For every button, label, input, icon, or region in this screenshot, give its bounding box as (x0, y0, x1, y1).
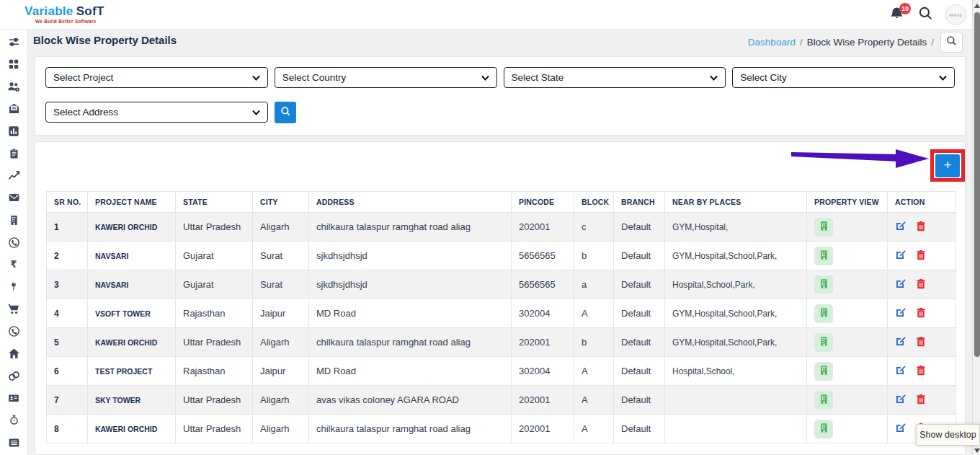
sidebar-item-mail-open[interactable] (0, 100, 27, 122)
breadcrumb-search-button[interactable] (940, 32, 963, 53)
notifications-button[interactable]: 10 (888, 6, 906, 25)
search-icon (918, 6, 933, 24)
building-icon (819, 336, 829, 349)
sidebar-item-list[interactable] (0, 433, 27, 455)
delete-button[interactable] (916, 278, 926, 291)
address-select[interactable]: Select Address (45, 102, 268, 123)
sidebar-item-envelope[interactable] (0, 188, 27, 211)
cell-city: Aligarh (253, 415, 309, 443)
show-desktop-tooltip: Show desktop (916, 424, 980, 446)
edit-button[interactable] (895, 220, 906, 234)
topbar-actions: 10 IMAGE (888, 0, 966, 30)
col-header-branch: BRANCH (614, 192, 665, 213)
whatsapp-icon (8, 237, 20, 252)
cell-block: A (574, 415, 614, 443)
trash-icon (916, 307, 926, 320)
cell-project: SKY TOWER (88, 386, 176, 415)
sidebar-item-line-chart[interactable] (0, 166, 27, 188)
filter-search-button[interactable] (275, 102, 296, 123)
cell-property-view (807, 328, 888, 357)
cell-block: c (574, 213, 614, 242)
cell-project: NAVSARI (88, 242, 176, 270)
sidebar-item-cart[interactable] (0, 299, 27, 322)
property-view-button[interactable] (814, 247, 833, 265)
edit-button[interactable] (895, 422, 906, 436)
table-row: 7SKY TOWERUttar PradeshAligarhavas vikas… (47, 386, 956, 415)
delete-button[interactable] (916, 336, 926, 349)
mail-open-icon (8, 102, 20, 118)
sidebar-item-grid[interactable] (0, 55, 27, 77)
cell-block: A (574, 357, 614, 386)
scrollbar-thumb[interactable] (974, 12, 980, 357)
topbar-search-button[interactable] (918, 6, 933, 24)
sidebar-item-whatsapp-alt[interactable] (0, 322, 27, 344)
sidebar-item-home[interactable] (0, 344, 27, 366)
property-view-button[interactable] (814, 362, 833, 381)
delete-button[interactable] (916, 249, 926, 262)
breadcrumb-separator: / (800, 37, 803, 48)
select-label: Select City (740, 72, 787, 83)
city-select[interactable]: Select City (732, 67, 955, 88)
sidebar-item-clipboard[interactable] (0, 143, 27, 166)
cell-state: Gujarat (176, 270, 253, 299)
cell-action (888, 357, 956, 386)
col-header-near_by: NEAR BY PLACES (665, 192, 807, 213)
cell-state: Gujarat (176, 242, 253, 270)
cell-branch: Default (614, 357, 665, 386)
property-view-button[interactable] (814, 391, 833, 410)
sidebar-item-building[interactable] (0, 211, 27, 233)
scroll-down-arrow-icon[interactable] (974, 449, 980, 453)
cell-property-view (807, 270, 888, 299)
cell-pincode: 202001 (512, 415, 574, 443)
sidebar-item-id-card[interactable] (0, 389, 27, 411)
trash-icon (916, 394, 926, 407)
edit-button[interactable] (895, 249, 906, 262)
cell-address: sjkdhsjdhsjd (309, 270, 512, 299)
cell-pincode: 5656565 (512, 242, 574, 270)
cell-action (888, 386, 956, 415)
envelope-icon (8, 192, 20, 206)
property-view-button[interactable] (814, 333, 833, 352)
building-icon (819, 221, 829, 234)
scroll-up-arrow-icon[interactable] (974, 4, 980, 8)
edit-button[interactable] (895, 393, 906, 407)
property-view-button[interactable] (814, 218, 833, 237)
property-view-button[interactable] (814, 420, 833, 438)
edit-pencil-icon (895, 364, 906, 378)
delete-button[interactable] (916, 307, 926, 320)
edit-button[interactable] (895, 306, 906, 320)
sidebar-item-link[interactable] (0, 366, 27, 389)
country-select[interactable]: Select Country (275, 67, 497, 88)
sidebar-item-rupee[interactable]: ₹ (0, 255, 27, 277)
add-block-button[interactable]: + (935, 154, 960, 177)
building-icon (819, 423, 829, 436)
cell-project: VSOFT TOWER (88, 299, 176, 328)
sidebar-item-bar-chart[interactable] (0, 121, 27, 143)
sidebar-item-users-gear[interactable] (0, 77, 27, 100)
delete-button[interactable] (916, 394, 926, 407)
cell-sr: 8 (47, 415, 88, 443)
sidebar-item-whatsapp[interactable] (0, 233, 27, 255)
cell-property-view (807, 415, 888, 443)
vertical-scrollbar[interactable] (972, 0, 980, 455)
edit-button[interactable] (895, 278, 906, 291)
delete-button[interactable] (916, 365, 926, 378)
cell-sr: 6 (47, 357, 88, 386)
property-view-button[interactable] (814, 304, 833, 323)
state-select[interactable]: Select State (504, 67, 726, 88)
edit-button[interactable] (895, 335, 906, 349)
property-view-button[interactable] (814, 275, 833, 294)
project-select[interactable]: Select Project (45, 67, 268, 88)
breadcrumb-current: Block Wise Property Details (807, 37, 927, 48)
edit-button[interactable] (895, 364, 906, 378)
brand-logo[interactable]: VariableSofT We Build Better Software (24, 4, 104, 24)
breadcrumb-dashboard-link[interactable]: Dashboard (748, 37, 796, 48)
table-row: 3NAVSARIGujaratSuratsjkdhsjdhsjd5656565a… (47, 270, 956, 299)
filter-sliders-icon (8, 36, 20, 51)
sidebar-item-stopwatch[interactable] (0, 410, 27, 433)
delete-button[interactable] (916, 221, 926, 234)
sidebar-item-filter-sliders[interactable] (0, 32, 27, 55)
sidebar-item-map-pin[interactable] (0, 277, 27, 299)
edit-pencil-icon (895, 422, 906, 436)
avatar[interactable]: IMAGE (945, 4, 966, 25)
